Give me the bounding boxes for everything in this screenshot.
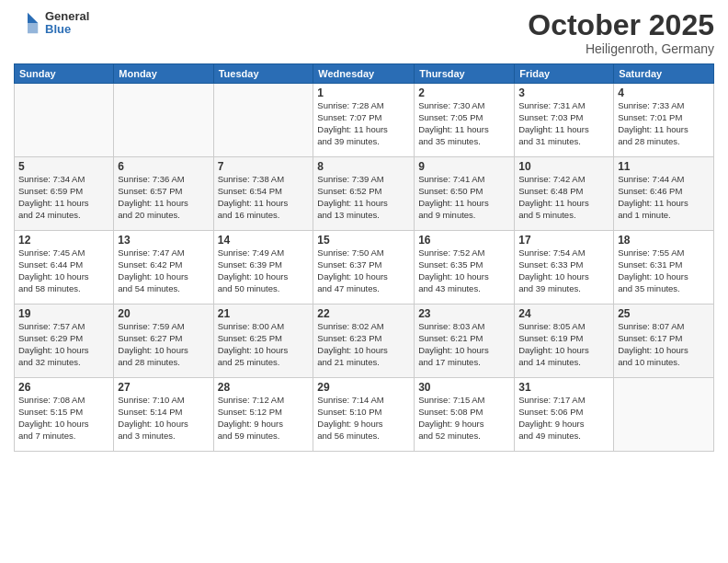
calendar-cell: 1Sunrise: 7:28 AM Sunset: 7:07 PM Daylig… [313, 84, 415, 157]
calendar-cell: 30Sunrise: 7:15 AM Sunset: 5:08 PM Dayli… [415, 378, 515, 452]
day-number: 8 [317, 160, 410, 173]
calendar-cell: 9Sunrise: 7:41 AM Sunset: 6:50 PM Daylig… [415, 157, 515, 231]
logo-icon [14, 9, 41, 37]
day-number: 5 [18, 160, 109, 173]
day-info: Sunrise: 7:45 AM Sunset: 6:44 PM Dayligh… [18, 247, 109, 294]
day-number: 17 [518, 234, 609, 247]
day-number: 30 [418, 381, 510, 394]
calendar-cell: 26Sunrise: 7:08 AM Sunset: 5:15 PM Dayli… [15, 378, 114, 452]
day-number: 14 [218, 234, 310, 247]
calendar-cell: 7Sunrise: 7:38 AM Sunset: 6:54 PM Daylig… [213, 157, 313, 231]
day-number: 26 [18, 381, 109, 394]
calendar-cell [213, 84, 313, 157]
header-row: Sunday Monday Tuesday Wednesday Thursday… [15, 64, 714, 84]
day-number: 13 [118, 234, 209, 247]
col-thursday: Thursday [415, 64, 515, 84]
day-info: Sunrise: 7:54 AM Sunset: 6:33 PM Dayligh… [518, 247, 609, 294]
day-number: 29 [317, 381, 410, 394]
day-number: 31 [518, 381, 609, 394]
calendar-cell: 27Sunrise: 7:10 AM Sunset: 5:14 PM Dayli… [114, 378, 213, 452]
col-tuesday: Tuesday [213, 64, 313, 84]
col-sunday: Sunday [15, 64, 114, 84]
calendar-cell: 19Sunrise: 7:57 AM Sunset: 6:29 PM Dayli… [15, 304, 114, 378]
svg-marker-0 [28, 13, 38, 23]
day-info: Sunrise: 7:38 AM Sunset: 6:54 PM Dayligh… [218, 174, 310, 221]
day-number: 1 [317, 86, 410, 99]
title-block: October 2025 Heiligenroth, Germany [528, 9, 714, 56]
calendar-week-2: 5Sunrise: 7:34 AM Sunset: 6:59 PM Daylig… [15, 157, 714, 231]
calendar-cell: 20Sunrise: 7:59 AM Sunset: 6:27 PM Dayli… [114, 304, 213, 378]
logo-blue: Blue [45, 23, 89, 36]
day-number: 24 [518, 307, 609, 320]
calendar-cell: 10Sunrise: 7:42 AM Sunset: 6:48 PM Dayli… [515, 157, 614, 231]
day-number: 28 [218, 381, 310, 394]
calendar-cell: 16Sunrise: 7:52 AM Sunset: 6:35 PM Dayli… [415, 231, 515, 304]
day-number: 19 [18, 307, 109, 320]
day-info: Sunrise: 7:41 AM Sunset: 6:50 PM Dayligh… [418, 174, 510, 221]
calendar-week-3: 12Sunrise: 7:45 AM Sunset: 6:44 PM Dayli… [15, 231, 714, 304]
calendar-cell: 25Sunrise: 8:07 AM Sunset: 6:17 PM Dayli… [614, 304, 714, 378]
day-number: 10 [518, 160, 609, 173]
calendar-cell [114, 84, 213, 157]
calendar-body: 1Sunrise: 7:28 AM Sunset: 7:07 PM Daylig… [15, 84, 714, 452]
day-info: Sunrise: 7:28 AM Sunset: 7:07 PM Dayligh… [317, 100, 410, 147]
day-info: Sunrise: 7:14 AM Sunset: 5:10 PM Dayligh… [317, 395, 410, 442]
calendar-cell [15, 84, 114, 157]
day-info: Sunrise: 7:50 AM Sunset: 6:37 PM Dayligh… [317, 247, 410, 294]
day-info: Sunrise: 7:31 AM Sunset: 7:03 PM Dayligh… [518, 100, 609, 147]
svg-marker-1 [28, 23, 38, 33]
day-number: 6 [118, 160, 209, 173]
day-info: Sunrise: 7:55 AM Sunset: 6:31 PM Dayligh… [618, 247, 710, 294]
day-number: 21 [218, 307, 310, 320]
calendar-cell: 5Sunrise: 7:34 AM Sunset: 6:59 PM Daylig… [15, 157, 114, 231]
calendar-cell: 13Sunrise: 7:47 AM Sunset: 6:42 PM Dayli… [114, 231, 213, 304]
page: General Blue October 2025 Heiligenroth, … [0, 0, 728, 563]
day-number: 11 [618, 160, 710, 173]
col-saturday: Saturday [614, 64, 714, 84]
day-info: Sunrise: 7:42 AM Sunset: 6:48 PM Dayligh… [518, 174, 609, 221]
day-info: Sunrise: 7:44 AM Sunset: 6:46 PM Dayligh… [618, 174, 710, 221]
day-info: Sunrise: 8:00 AM Sunset: 6:25 PM Dayligh… [218, 321, 310, 368]
day-info: Sunrise: 7:39 AM Sunset: 6:52 PM Dayligh… [317, 174, 410, 221]
calendar-cell: 22Sunrise: 8:02 AM Sunset: 6:23 PM Dayli… [313, 304, 415, 378]
day-number: 25 [618, 307, 710, 320]
calendar-header: Sunday Monday Tuesday Wednesday Thursday… [15, 64, 714, 84]
day-number: 18 [618, 234, 710, 247]
logo-text: General Blue [45, 10, 89, 37]
day-info: Sunrise: 7:30 AM Sunset: 7:05 PM Dayligh… [418, 100, 510, 147]
day-number: 7 [218, 160, 310, 173]
day-info: Sunrise: 7:49 AM Sunset: 6:39 PM Dayligh… [218, 247, 310, 294]
calendar-cell: 3Sunrise: 7:31 AM Sunset: 7:03 PM Daylig… [515, 84, 614, 157]
calendar: Sunday Monday Tuesday Wednesday Thursday… [14, 63, 714, 452]
day-number: 16 [418, 234, 510, 247]
day-info: Sunrise: 8:02 AM Sunset: 6:23 PM Dayligh… [317, 321, 410, 368]
col-wednesday: Wednesday [313, 64, 415, 84]
day-number: 22 [317, 307, 410, 320]
calendar-week-4: 19Sunrise: 7:57 AM Sunset: 6:29 PM Dayli… [15, 304, 714, 378]
day-number: 27 [118, 381, 209, 394]
day-info: Sunrise: 7:34 AM Sunset: 6:59 PM Dayligh… [18, 174, 109, 221]
calendar-cell: 4Sunrise: 7:33 AM Sunset: 7:01 PM Daylig… [614, 84, 714, 157]
day-info: Sunrise: 7:10 AM Sunset: 5:14 PM Dayligh… [118, 395, 209, 442]
calendar-cell: 29Sunrise: 7:14 AM Sunset: 5:10 PM Dayli… [313, 378, 415, 452]
calendar-cell: 11Sunrise: 7:44 AM Sunset: 6:46 PM Dayli… [614, 157, 714, 231]
calendar-cell: 6Sunrise: 7:36 AM Sunset: 6:57 PM Daylig… [114, 157, 213, 231]
calendar-cell: 17Sunrise: 7:54 AM Sunset: 6:33 PM Dayli… [515, 231, 614, 304]
day-info: Sunrise: 7:17 AM Sunset: 5:06 PM Dayligh… [518, 395, 609, 442]
day-number: 4 [618, 86, 710, 99]
location-subtitle: Heiligenroth, Germany [528, 41, 714, 56]
day-info: Sunrise: 7:52 AM Sunset: 6:35 PM Dayligh… [418, 247, 510, 294]
header: General Blue October 2025 Heiligenroth, … [14, 9, 714, 56]
day-info: Sunrise: 7:47 AM Sunset: 6:42 PM Dayligh… [118, 247, 209, 294]
calendar-cell: 8Sunrise: 7:39 AM Sunset: 6:52 PM Daylig… [313, 157, 415, 231]
calendar-cell: 31Sunrise: 7:17 AM Sunset: 5:06 PM Dayli… [515, 378, 614, 452]
day-info: Sunrise: 7:12 AM Sunset: 5:12 PM Dayligh… [218, 395, 310, 442]
calendar-cell [614, 378, 714, 452]
logo-general: General [45, 10, 89, 23]
month-title: October 2025 [528, 9, 714, 41]
day-info: Sunrise: 8:03 AM Sunset: 6:21 PM Dayligh… [418, 321, 510, 368]
calendar-cell: 21Sunrise: 8:00 AM Sunset: 6:25 PM Dayli… [213, 304, 313, 378]
day-number: 20 [118, 307, 209, 320]
day-info: Sunrise: 7:08 AM Sunset: 5:15 PM Dayligh… [18, 395, 109, 442]
calendar-cell: 23Sunrise: 8:03 AM Sunset: 6:21 PM Dayli… [415, 304, 515, 378]
